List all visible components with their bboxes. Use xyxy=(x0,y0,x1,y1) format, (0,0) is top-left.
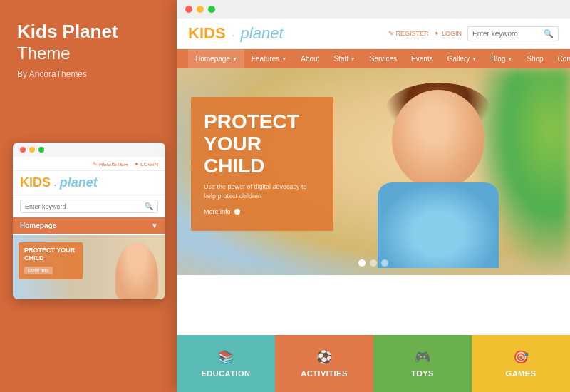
mobile-login[interactable]: ✦ LOGIN xyxy=(134,161,158,167)
category-activities[interactable]: ⚽ ACTIVITIES xyxy=(275,335,373,392)
desktop-logo: KIDS · planet xyxy=(188,24,284,43)
mobile-hero: PROTECT YOUR CHILD More Info xyxy=(13,235,165,299)
theme-name: Kids Planet xyxy=(17,21,160,42)
nav-item-contacts[interactable]: Contacts xyxy=(551,49,570,68)
desktop-mockup: KIDS · planet ✎ REGISTER ✦ LOGIN 🔍 Homep… xyxy=(177,0,570,392)
nav-item-events[interactable]: Events xyxy=(404,49,440,68)
left-panel: Kids Planet Theme By AncoraThemes ✎ REGI… xyxy=(0,0,177,392)
mobile-logo: KIDS • planet xyxy=(20,175,158,190)
desktop-dot-yellow xyxy=(197,6,204,13)
mobile-topbar: ✎ REGISTER ✦ LOGIN xyxy=(13,157,165,171)
hero-overlay-card: PROTECT YOUR CHILD Use the power of digi… xyxy=(191,97,333,231)
nav-item-features[interactable]: Features▼ xyxy=(244,49,294,68)
games-label: GAMES xyxy=(506,369,537,378)
hero-btn-dot xyxy=(234,209,240,215)
desktop-nav: Homepage▼ Features▼ About Staff▼ Service… xyxy=(177,49,570,68)
hero-child-image xyxy=(370,83,513,268)
mobile-hero-overlay: PROTECT YOUR CHILD More Info xyxy=(19,242,83,279)
activities-icon: ⚽ xyxy=(316,349,332,365)
category-games[interactable]: 🎯 GAMES xyxy=(472,335,570,392)
mobile-logo-kids: KIDS xyxy=(20,175,51,190)
nav-caret-blog: ▼ xyxy=(507,56,512,61)
desktop-dot-green xyxy=(208,6,215,13)
mobile-nav-label: Homepage xyxy=(20,222,56,229)
theme-author: By AncoraThemes xyxy=(17,69,160,79)
theme-subtitle: Theme xyxy=(17,43,160,63)
desktop-header-right: ✎ REGISTER ✦ LOGIN 🔍 xyxy=(388,26,559,41)
child-body xyxy=(378,182,499,268)
category-education[interactable]: 📚 EDUCATION xyxy=(177,335,275,392)
nav-item-gallery[interactable]: Gallery▼ xyxy=(440,49,484,68)
search-icon: 🔍 xyxy=(145,202,153,210)
child-face xyxy=(392,90,484,190)
desktop-header: KIDS · planet ✎ REGISTER ✦ LOGIN 🔍 xyxy=(177,19,570,49)
mobile-hero-title: PROTECT YOUR CHILD xyxy=(24,247,77,262)
desktop-logo-kids: KIDS xyxy=(188,24,226,42)
category-toys[interactable]: 🎮 TOYS xyxy=(373,335,472,392)
desktop-hero: PROTECT YOUR CHILD Use the power of digi… xyxy=(177,68,570,275)
nav-item-blog[interactable]: Blog▼ xyxy=(484,49,519,68)
mobile-dot-red xyxy=(20,147,26,153)
education-label: EDUCATION xyxy=(201,369,250,378)
desktop-search-box[interactable]: 🔍 xyxy=(467,26,559,41)
desktop-register[interactable]: ✎ REGISTER xyxy=(388,30,429,37)
mobile-nav[interactable]: Homepage ▼ xyxy=(13,217,165,234)
mobile-logo-dot: • xyxy=(54,182,56,188)
mobile-search-input[interactable] xyxy=(25,203,145,210)
mobile-nav-arrow: ▼ xyxy=(151,222,158,229)
mobile-mockup: ✎ REGISTER ✦ LOGIN KIDS • planet 🔍 Homep… xyxy=(13,143,165,299)
toys-label: TOYS xyxy=(411,369,434,378)
nav-caret-gallery: ▼ xyxy=(472,56,477,61)
theme-title: Kids Planet Theme xyxy=(17,21,160,63)
activities-label: ACTIVITIES xyxy=(301,369,348,378)
desktop-search-input[interactable] xyxy=(472,30,544,38)
desktop-login[interactable]: ✦ LOGIN xyxy=(434,30,462,37)
mobile-titlebar xyxy=(13,143,165,157)
hero-more-button[interactable]: More info xyxy=(204,208,240,215)
nav-item-homepage[interactable]: Homepage▼ xyxy=(188,49,244,68)
nav-item-services[interactable]: Services xyxy=(363,49,404,68)
carousel-dots xyxy=(358,259,388,267)
nav-caret-homepage: ▼ xyxy=(232,56,237,61)
nav-caret-staff: ▼ xyxy=(351,56,356,61)
desktop-logo-separator: · xyxy=(232,32,234,40)
desktop-titlebar xyxy=(177,0,570,19)
hero-btn-label: More info xyxy=(204,208,231,215)
mobile-dot-green xyxy=(38,147,44,153)
toys-icon: 🎮 xyxy=(415,349,430,365)
carousel-dot-3[interactable] xyxy=(381,259,388,267)
mobile-logo-area: KIDS • planet xyxy=(13,171,165,195)
games-icon: 🎯 xyxy=(513,349,529,365)
nav-item-staff[interactable]: Staff▼ xyxy=(326,49,362,68)
category-row: 📚 EDUCATION ⚽ ACTIVITIES 🎮 TOYS 🎯 GAMES xyxy=(177,335,570,392)
mobile-search-box[interactable]: 🔍 xyxy=(20,200,158,213)
mobile-register[interactable]: ✎ REGISTER xyxy=(93,161,128,167)
mobile-hero-child-img xyxy=(115,242,158,299)
hero-main-title: PROTECT YOUR CHILD xyxy=(204,111,321,177)
nav-caret-features: ▼ xyxy=(281,56,286,61)
nav-item-shop[interactable]: Shop xyxy=(519,49,550,68)
nav-item-about[interactable]: About xyxy=(294,49,326,68)
carousel-dot-2[interactable] xyxy=(370,259,377,267)
mobile-dot-yellow xyxy=(29,147,35,153)
carousel-dot-1[interactable] xyxy=(358,259,366,267)
desktop-dot-red xyxy=(185,6,192,13)
desktop-search-icon: 🔍 xyxy=(544,29,554,38)
hero-description: Use the power of digital advocacy to hel… xyxy=(204,182,321,200)
desktop-logo-planet: planet xyxy=(241,24,284,42)
mobile-logo-planet: planet xyxy=(60,175,98,190)
mobile-hero-btn[interactable]: More Info xyxy=(24,267,53,274)
education-icon: 📚 xyxy=(218,349,234,365)
